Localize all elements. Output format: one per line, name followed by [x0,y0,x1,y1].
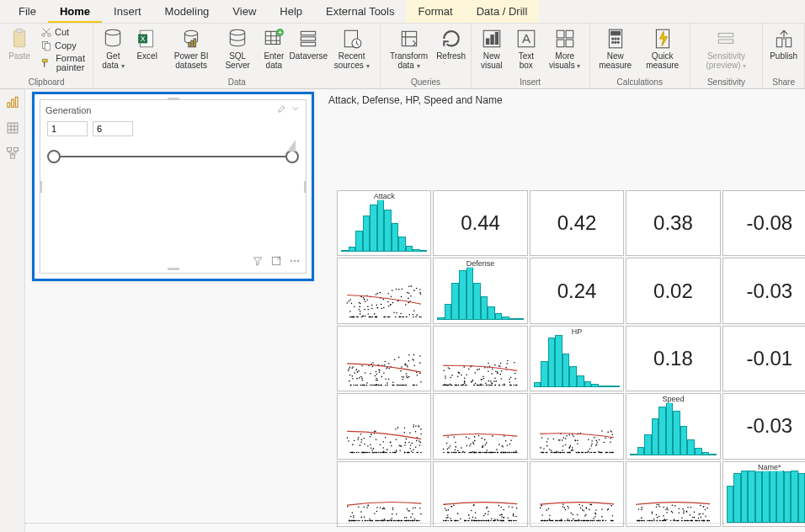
format-painter-button[interactable]: Format painter [37,52,89,73]
chevron-down-icon[interactable] [291,104,301,116]
svg-point-1111 [590,503,592,505]
publish-button[interactable]: Publish [766,25,801,62]
report-view-button[interactable] [3,94,22,111]
svg-point-489 [376,439,377,441]
svg-point-86 [408,286,410,288]
filter-icon[interactable] [252,255,264,269]
svg-point-879 [412,519,413,521]
tab-insert[interactable]: Insert [102,0,153,23]
slicer-from-input[interactable] [47,121,88,136]
dataverse-button[interactable]: Dataverse [292,25,325,62]
data-view-button[interactable] [3,120,22,136]
svg-point-720 [562,450,563,451]
slicer-visual-selected[interactable]: Generation [32,92,314,281]
svg-point-349 [486,385,488,386]
svg-point-1141 [652,511,653,513]
svg-point-332 [516,385,518,386]
refresh-button[interactable]: Refresh [435,25,467,62]
paste-button[interactable]: Paste [3,25,35,62]
svg-point-981 [457,519,459,521]
text-box-button[interactable]: AText box [510,25,542,72]
tab-view[interactable]: View [221,0,268,23]
quick-measure-button[interactable]: Quick measure [639,25,686,72]
more-options-icon[interactable] [289,255,301,269]
svg-point-929 [502,516,504,518]
svg-point-937 [475,517,477,519]
transform-data-button[interactable]: Transform data ▾ [384,25,433,72]
new-visual-button[interactable]: New visual [475,25,509,72]
slicer-to-input[interactable] [93,121,133,136]
svg-point-758 [543,448,545,450]
svg-point-303 [497,371,498,373]
svg-point-66 [347,303,349,305]
svg-point-404 [510,376,512,378]
svg-point-1090 [562,503,564,505]
svg-point-913 [483,514,485,516]
svg-rect-18 [301,37,316,40]
svg-point-654 [472,452,473,454]
svg-point-316 [490,385,492,386]
slicer-range[interactable] [54,148,292,165]
svg-point-1027 [595,509,597,511]
svg-point-114 [365,316,366,317]
svg-point-140 [380,292,381,294]
svg-point-90 [392,290,393,292]
svg-point-1074 [565,508,567,510]
focus-mode-icon[interactable] [270,255,282,269]
tab-home[interactable]: Home [48,0,102,23]
svg-point-335 [464,382,466,384]
sensitivity-button[interactable]: Sensitivity (preview) ▾ [694,25,760,72]
copy-button[interactable]: Copy [37,39,89,52]
svg-point-543 [474,440,476,442]
svg-point-1110 [589,503,591,505]
eraser-icon[interactable] [277,104,287,116]
svg-point-878 [363,506,365,508]
svg-point-414 [445,385,447,386]
svg-point-1162 [641,517,642,519]
svg-point-1014 [495,519,497,520]
tab-format[interactable]: Format [406,0,464,23]
svg-point-1033 [601,508,603,510]
svg-point-70 [364,309,365,311]
transform-label: Transform data ▾ [387,51,429,71]
cut-button[interactable]: Cut [37,25,89,39]
powerbi-datasets-button[interactable]: Power BI datasets [165,25,218,72]
excel-button[interactable]: XExcel [131,25,163,62]
correlation-matrix-visual[interactable]: Attack0.440.420.38-0.08Defense0.240.02-0… [337,190,805,527]
svg-point-626 [471,444,472,445]
svg-point-290 [402,379,404,380]
svg-point-1254 [703,519,705,521]
slider-handle-left[interactable] [47,150,61,163]
tab-data-drill[interactable]: Data / Drill [465,0,540,23]
svg-point-279 [349,375,351,376]
model-view-button[interactable] [3,145,22,162]
svg-point-565 [455,450,456,451]
tab-help[interactable]: Help [268,0,314,23]
svg-point-620 [456,452,457,454]
enter-data-button[interactable]: Enter data [258,25,291,72]
report-canvas[interactable]: Generation [25,89,805,532]
svg-point-306 [477,369,479,370]
svg-point-305 [488,370,490,372]
svg-point-526 [352,444,354,446]
recent-label: Recent sources ▾ [330,51,374,71]
svg-point-1048 [549,514,551,516]
slider-handle-right[interactable] [285,150,299,163]
svg-point-197 [365,372,366,374]
tab-modeling[interactable]: Modeling [153,0,221,23]
svg-point-168 [388,293,390,295]
svg-point-150 [407,292,408,294]
tab-external-tools[interactable]: External Tools [314,0,406,23]
more-visuals-button[interactable]: More visuals ▾ [544,25,586,72]
svg-point-336 [507,363,509,364]
svg-point-895 [413,507,414,508]
svg-point-775 [565,444,567,446]
recent-sources-button[interactable]: Recent sources ▾ [327,25,377,72]
get-data-button[interactable]: Get data ▾ [97,25,130,72]
svg-point-927 [471,509,472,511]
sql-server-button[interactable]: SQL Server [220,25,256,72]
svg-point-534 [358,437,360,439]
tab-file[interactable]: File [7,0,48,23]
new-measure-button[interactable]: New measure [594,25,637,72]
svg-point-511 [352,452,354,454]
